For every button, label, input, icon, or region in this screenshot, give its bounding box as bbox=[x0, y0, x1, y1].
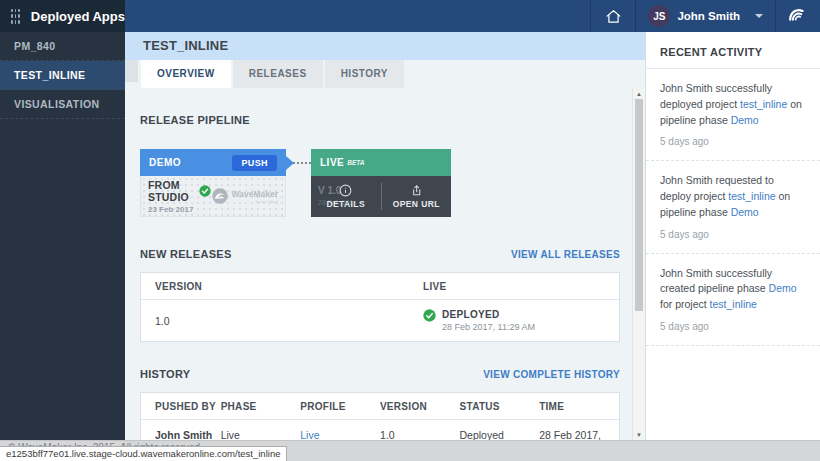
sidebar-item-test-inline[interactable]: TEST_INLINE bbox=[0, 61, 125, 90]
apps-grid-icon[interactable] bbox=[11, 9, 20, 24]
tab-history[interactable]: HISTORY bbox=[325, 60, 404, 88]
wavemaker-watermark-icon bbox=[211, 187, 229, 205]
activity-item: John Smith successfully deployed project… bbox=[646, 69, 820, 161]
live-phase-header: LIVE BETA bbox=[311, 149, 451, 176]
browser-status-url: e1253bff77e01.live.stage-cloud.wavemaker… bbox=[0, 446, 287, 461]
app-title: Deployed Apps bbox=[31, 9, 125, 24]
wavemaker-logo-button[interactable] bbox=[776, 0, 820, 32]
from-studio-label: FROM STUDIO bbox=[148, 179, 195, 203]
vertical-scrollbar[interactable]: ▲ ▼ bbox=[632, 88, 645, 440]
topbar-brand-section: Deployed Apps bbox=[0, 0, 125, 32]
history-pushed-by: John Smith bbox=[141, 429, 221, 441]
user-avatar: JS bbox=[648, 5, 670, 27]
history-section: HISTORY VIEW COMPLETE HISTORY PUSHED BY … bbox=[140, 368, 620, 440]
history-status: Deployed bbox=[460, 429, 540, 441]
tab-bar: OVERVIEW RELEASES HISTORY bbox=[125, 60, 645, 88]
wavemaker-wave-icon bbox=[787, 5, 809, 27]
activity-project-link[interactable]: test_inline bbox=[710, 298, 757, 310]
history-table-header: PUSHED BY PHASE PROFILE VERSION STATUS T… bbox=[141, 393, 619, 420]
live-phase-card: LIVE BETA V 1.0 28 Feb 2017 DETAILS bbox=[311, 149, 451, 217]
home-icon bbox=[605, 8, 622, 25]
details-label: DETAILS bbox=[326, 199, 365, 209]
demo-phase-name: DEMO bbox=[149, 157, 181, 168]
user-name: John Smith bbox=[677, 10, 740, 22]
release-version-cell: 1.0 bbox=[141, 315, 423, 327]
overview-content: RELEASE PIPELINE DEMO PUSH FROM STUDIO bbox=[125, 88, 632, 440]
history-profile-link[interactable]: Live bbox=[300, 429, 380, 441]
scrollbar-thumb[interactable] bbox=[635, 99, 643, 311]
info-icon bbox=[339, 184, 352, 197]
demo-phase-body: FROM STUDIO 23 Feb 2017 WaveMaker bbox=[140, 176, 286, 217]
activity-text: for project bbox=[660, 298, 710, 310]
success-check-icon bbox=[199, 185, 211, 197]
activity-text: John Smith successfully created pipeline… bbox=[660, 267, 772, 295]
wavemaker-watermark-tagline: Demo Cloud bbox=[232, 199, 278, 204]
topbar-actions: JS John Smith bbox=[125, 0, 820, 32]
open-url-button[interactable]: OPEN URL bbox=[382, 176, 452, 217]
demo-deploy-date: 23 Feb 2017 bbox=[148, 205, 211, 214]
new-releases-title: NEW RELEASES bbox=[140, 248, 232, 260]
view-all-releases-link[interactable]: VIEW ALL RELEASES bbox=[511, 249, 620, 260]
open-url-label: OPEN URL bbox=[393, 199, 440, 209]
table-row[interactable]: John Smith Live Live 1.0 Deployed 28 Feb… bbox=[141, 420, 619, 440]
scroll-up-arrow-icon[interactable]: ▲ bbox=[633, 88, 645, 99]
new-releases-section: NEW RELEASES VIEW ALL RELEASES VERSION L… bbox=[140, 248, 620, 342]
deployed-status: DEPLOYED bbox=[442, 309, 535, 320]
column-version: VERSION bbox=[380, 401, 460, 412]
sidebar-item-visualisation[interactable]: VISUALISATION bbox=[0, 90, 125, 119]
activity-item: John Smith requested to deploy project t… bbox=[646, 161, 820, 253]
deployed-time: 28 Feb 2017, 11:29 AM bbox=[442, 322, 535, 332]
user-menu[interactable]: JS John Smith bbox=[636, 0, 775, 32]
live-phase-name: LIVE bbox=[320, 157, 344, 168]
activity-phase-link[interactable]: Demo bbox=[769, 282, 797, 294]
column-phase: PHASE bbox=[221, 401, 301, 412]
home-button[interactable] bbox=[591, 0, 635, 32]
history-time: 28 Feb 2017, bbox=[539, 429, 619, 441]
activity-item: John Smith successfully created pipeline… bbox=[646, 254, 820, 346]
column-live: LIVE bbox=[423, 281, 619, 292]
beta-badge: BETA bbox=[347, 159, 364, 166]
wavemaker-watermark: WaveMaker Demo Cloud bbox=[211, 187, 278, 205]
new-releases-table: VERSION LIVE 1.0 DEPLOYED 28 Feb 2017, 1… bbox=[140, 272, 620, 342]
push-button[interactable]: PUSH bbox=[232, 155, 277, 171]
release-pipeline-title: RELEASE PIPELINE bbox=[140, 114, 620, 126]
open-url-icon bbox=[410, 184, 423, 197]
activity-project-link[interactable]: test_inline bbox=[740, 98, 787, 110]
chevron-down-icon bbox=[755, 14, 763, 18]
demo-phase-header: DEMO PUSH bbox=[140, 149, 286, 176]
column-profile: PROFILE bbox=[300, 401, 380, 412]
release-live-cell: DEPLOYED 28 Feb 2017, 11:29 AM bbox=[423, 302, 619, 339]
main-panel: TEST_INLINE OVERVIEW RELEASES HISTORY RE… bbox=[125, 32, 645, 440]
column-pushed-by: PUSHED BY bbox=[141, 401, 221, 412]
activity-phase-link[interactable]: Demo bbox=[731, 114, 759, 126]
activity-timestamp: 5 days ago bbox=[660, 319, 806, 334]
column-status: STATUS bbox=[460, 401, 540, 412]
page-title: TEST_INLINE bbox=[125, 32, 645, 60]
activity-timestamp: 5 days ago bbox=[660, 134, 806, 149]
activity-project-link[interactable]: test_inline bbox=[728, 190, 775, 202]
sidebar: PM_840 TEST_INLINE VISUALISATION bbox=[0, 32, 125, 440]
table-row[interactable]: 1.0 DEPLOYED 28 Feb 2017, 11:29 AM bbox=[141, 300, 619, 341]
wavemaker-watermark-name: WaveMaker bbox=[232, 189, 278, 199]
history-version: 1.0 bbox=[380, 429, 460, 441]
recent-activity-title: RECENT ACTIVITY bbox=[646, 32, 820, 69]
history-title: HISTORY bbox=[140, 368, 190, 380]
activity-timestamp: 5 days ago bbox=[660, 227, 806, 242]
history-phase: Live bbox=[221, 429, 301, 441]
tab-bar-notch bbox=[125, 60, 138, 82]
sidebar-item-pm840[interactable]: PM_840 bbox=[0, 32, 125, 61]
scroll-down-arrow-icon[interactable]: ▼ bbox=[633, 429, 645, 440]
tab-releases[interactable]: RELEASES bbox=[233, 60, 323, 88]
demo-phase-card: DEMO PUSH FROM STUDIO 23 Feb 2017 bbox=[140, 149, 286, 217]
column-time: TIME bbox=[539, 401, 619, 412]
deployed-check-icon bbox=[423, 309, 436, 322]
release-pipeline: DEMO PUSH FROM STUDIO 23 Feb 2017 bbox=[140, 149, 620, 217]
demo-deploy-info: FROM STUDIO 23 Feb 2017 bbox=[148, 179, 211, 214]
new-releases-table-header: VERSION LIVE bbox=[141, 273, 619, 300]
top-bar: Deployed Apps JS John Smith bbox=[0, 0, 820, 32]
details-button[interactable]: DETAILS bbox=[311, 176, 381, 217]
tab-overview[interactable]: OVERVIEW bbox=[141, 60, 231, 88]
activity-phase-link[interactable]: Demo bbox=[731, 206, 759, 218]
view-complete-history-link[interactable]: VIEW COMPLETE HISTORY bbox=[483, 369, 620, 380]
live-phase-body: V 1.0 28 Feb 2017 DETAILS O bbox=[311, 176, 451, 217]
